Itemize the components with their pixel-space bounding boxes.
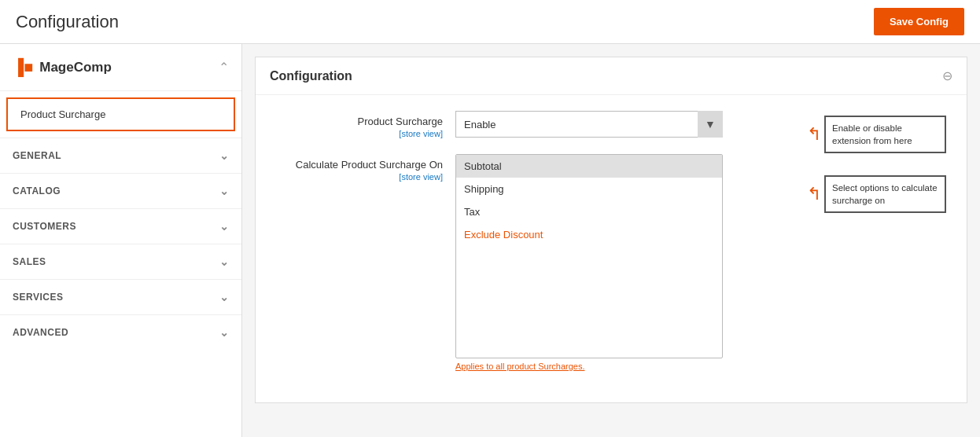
sidebar-sections: GENERAL ⌄ CATALOG ⌄ CUSTOMERS ⌄ SALES ⌄ … [0,138,241,350]
product-surcharge-store-view: [store view] [270,129,443,138]
config-panel-header: Configuration ⊖ [256,57,967,95]
product-surcharge-row: Product Surcharge [store view] Enable Di… [270,111,807,138]
logo-inner: ▐■ MageComp [13,58,112,76]
sidebar-section-label-advanced: ADVANCED [13,327,68,338]
product-surcharge-label-col: Product Surcharge [store view] [270,111,443,138]
annotation-arrow-1: ↰ [807,124,821,145]
chevron-down-icon-general: ⌄ [219,149,230,162]
page-title: Configuration [16,12,119,32]
content-area: Configuration ⊖ Product Surcharge [store… [242,44,980,437]
magecomp-logo-icon: ▐■ [13,58,33,76]
panel-collapse-button[interactable]: ⊖ [942,68,952,83]
product-surcharge-field-col: Enable Disable ▼ [455,111,807,138]
calculate-multiselect[interactable]: SubtotalShippingTaxExclude Discount [455,154,723,358]
sidebar-item-product-surcharge[interactable]: Product Surcharge [6,97,235,131]
sidebar-section-services: SERVICES ⌄ [0,279,241,314]
multiselect-option-3[interactable]: Exclude Discount [456,223,722,246]
calculate-field-col: SubtotalShippingTaxExclude Discount Appl… [455,154,807,371]
product-surcharge-field-label: Product Surcharge [358,116,443,127]
sidebar-section-catalog: CATALOG ⌄ [0,173,241,208]
product-surcharge-label: Product Surcharge [20,108,105,120]
applies-text: Applies to all product Surcharges. [455,362,807,371]
sidebar: ▐■ MageComp ⌃ Product Surcharge GENERAL … [0,44,242,437]
sidebar-section-header-general[interactable]: GENERAL ⌄ [0,138,241,173]
chevron-down-icon-catalog: ⌄ [219,185,230,197]
sidebar-section-label-general: GENERAL [13,150,61,161]
sidebar-section-header-services[interactable]: SERVICES ⌄ [0,280,241,314]
chevron-down-icon-advanced: ⌄ [219,326,230,339]
multiselect-option-2[interactable]: Tax [456,200,722,223]
sidebar-logo-area: ▐■ MageComp ⌃ [0,44,241,91]
form-content: Product Surcharge [store view] Enable Di… [256,95,967,402]
annotation-arrow-2: ↰ [807,184,821,204]
product-surcharge-select[interactable]: Enable Disable [455,111,723,138]
sidebar-section-sales: SALES ⌄ [0,244,241,279]
config-panel-title: Configuration [270,69,352,83]
calculate-field-label: Calculate Product Surcharge On [296,159,443,171]
config-panel: Configuration ⊖ Product Surcharge [store… [255,57,967,403]
sidebar-section-label-services: SERVICES [13,292,63,303]
chevron-down-icon-customers: ⌄ [219,220,230,233]
sidebar-section-header-catalog[interactable]: CATALOG ⌄ [0,174,241,208]
logo-text: MageComp [39,60,112,75]
chevron-down-icon-sales: ⌄ [219,255,230,268]
save-config-button[interactable]: Save Config [874,8,964,35]
annotation-box-1: Enable or disable extension from here [824,116,946,153]
sidebar-section-label-customers: CUSTOMERS [13,221,76,232]
multiselect-option-1[interactable]: Shipping [456,178,722,200]
product-surcharge-select-wrapper: Enable Disable ▼ [455,111,723,138]
calculate-label-col: Calculate Product Surcharge On [store vi… [270,154,443,182]
annotation-item-1: ↰ Enable or disable extension from here [807,116,952,153]
chevron-down-icon-services: ⌄ [219,291,230,303]
form-with-annotations: Product Surcharge [store view] Enable Di… [270,111,952,387]
annotation-item-2: ↰ Select options to calculate surcharge … [807,175,952,213]
annotation-box-2: Select options to calculate surcharge on [824,175,946,213]
sidebar-section-customers: CUSTOMERS ⌄ [0,208,241,244]
form-rows-section: Product Surcharge [store view] Enable Di… [270,111,807,387]
calculate-store-view: [store view] [270,172,443,182]
sidebar-collapse-icon[interactable]: ⌃ [219,60,229,75]
sidebar-section-advanced: ADVANCED ⌄ [0,314,241,350]
sidebar-section-general: GENERAL ⌄ [0,138,241,173]
sidebar-section-header-customers[interactable]: CUSTOMERS ⌄ [0,209,241,244]
sidebar-section-header-advanced[interactable]: ADVANCED ⌄ [0,315,241,350]
header: Configuration Save Config [0,0,980,44]
annotation-section: ↰ Enable or disable extension from here … [807,111,952,235]
calculate-surcharge-row: Calculate Product Surcharge On [store vi… [270,154,807,371]
sidebar-section-label-sales: SALES [13,256,46,267]
main-layout: ▐■ MageComp ⌃ Product Surcharge GENERAL … [0,44,980,437]
multiselect-option-0[interactable]: Subtotal [456,155,722,178]
sidebar-section-header-sales[interactable]: SALES ⌄ [0,244,241,279]
sidebar-section-label-catalog: CATALOG [13,185,61,196]
